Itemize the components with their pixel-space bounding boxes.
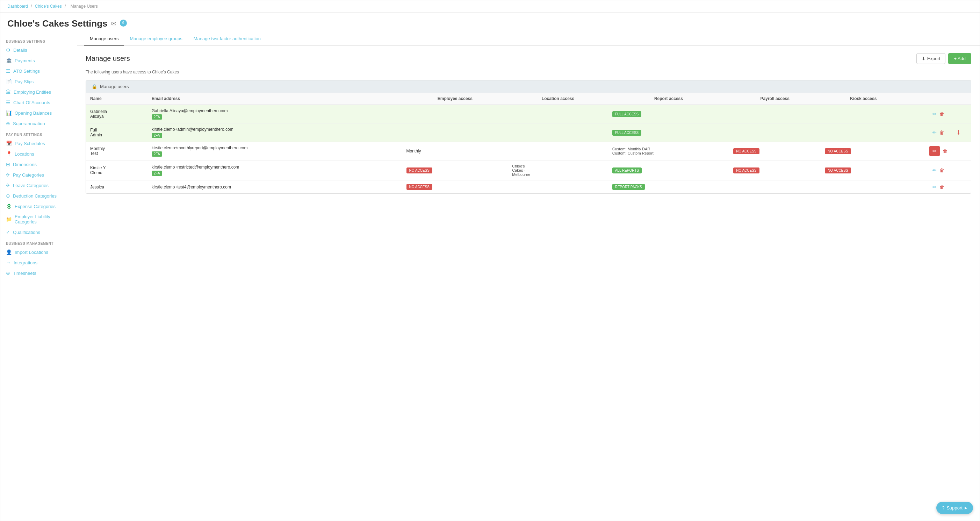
breadcrumb-company[interactable]: Chloe's Cakes [35,4,62,9]
header-envelope-icon: ✉ [111,20,116,28]
sidebar-item-pay-schedules[interactable]: 📅 Pay Schedules [0,138,77,148]
deduction-icon: ⊖ [6,193,10,199]
delete-button[interactable]: 🗑 [939,167,944,173]
sidebar-item-locations[interactable]: 📍 Locations [0,148,77,159]
report-access-cell: Custom: Monthly DAR Custom: Custom Repor… [608,142,729,161]
tabs-bar: Manage users Manage employee groups Mana… [77,32,980,46]
user-name: GabriellaAlicaya [86,105,148,123]
chevron-right-icon: ▶ [965,506,967,510]
location-access-cell: Chloe'sCakes -Melbourne [508,161,608,180]
edit-button-highlighted[interactable]: ✏ [929,146,940,156]
table-row: FullAdmin kirstie.clemo+admin@employment… [86,123,971,142]
sidebar-label-timesheets: Timesheets [13,271,37,276]
badge-2fa: 2FA [152,151,162,157]
sidebar-label-expense-categories: Expense Categories [15,204,56,209]
report-packs-badge: REPORT PACKS [612,184,645,190]
action-cell: ✏ 🗑 [906,105,971,123]
delete-button[interactable]: 🗑 [943,148,948,154]
action-cell: ✏ 🗑 [906,180,971,194]
lock-icon: 🔒 [92,84,97,89]
sidebar-item-employing-entities[interactable]: 🏛 Employing Entities [0,87,77,97]
edit-button[interactable]: ✏ [932,167,937,173]
sidebar-item-opening-balances[interactable]: 📊 Opening Balances [0,108,77,118]
leave-icon: ✈ [6,183,10,188]
table-row: Jessica kirstie.clemo+test4@employmenthe… [86,180,971,194]
employee-access-cell [402,105,508,123]
breadcrumb-dashboard[interactable]: Dashboard [7,4,28,9]
col-actions [906,92,971,105]
sidebar-item-employer-liability[interactable]: 📁 Employer Liability Categories [0,212,77,227]
user-icon: 👤 [6,249,12,255]
sidebar-item-details[interactable]: ⚙ Details [0,45,77,55]
user-name: Jessica [86,180,148,194]
report-access-cell: FULL ACCESS [608,123,729,142]
super-icon: ⊕ [6,121,10,126]
expense-icon: 💲 [6,204,12,209]
sidebar-label-deduction-categories: Deduction Categories [13,193,57,199]
location-access-cell [508,105,608,123]
sidebar-item-import-locations[interactable]: 👤 Import Locations [0,247,77,257]
sidebar-item-timesheets[interactable]: ⊕ Timesheets [0,268,77,278]
gear-icon: ⚙ [6,47,11,53]
location-access-cell [508,180,608,194]
sidebar-label-chart-of-accounts: Chart Of Accounts [13,100,50,105]
sidebar-item-integrations[interactable]: → Integrations [0,257,77,268]
sidebar-section-business-management: BUSINESS MANAGEMENT [0,237,77,247]
col-location-access: Location access [508,92,608,105]
sidebar-item-leave-categories[interactable]: ✈ Leave Categories [0,180,77,191]
sidebar-item-superannuation[interactable]: ⊕ Superannuation [0,118,77,129]
check-icon: ✓ [6,229,10,235]
tab-manage-employee-groups[interactable]: Manage employee groups [124,32,188,46]
full-access-badge: FULL ACCESS [612,130,641,135]
delete-button[interactable]: 🗑 [939,184,944,190]
sidebar: BUSINESS SETTINGS ⚙ Details 🏦 Payments ☰… [0,32,77,521]
sidebar-item-payments[interactable]: 🏦 Payments [0,55,77,66]
sidebar-item-pay-categories[interactable]: ✈ Pay Categories [0,170,77,180]
badge-2fa: 2FA [152,133,162,138]
sidebar-label-payslips: Pay Slips [15,79,33,84]
arrow-annotation: ↓ [956,128,961,135]
user-name: Kirstie YClemo [86,161,148,180]
delete-button[interactable]: 🗑 [939,130,944,135]
support-label: Support [947,505,963,510]
table-header-bar: 🔒 Manage users [86,80,971,92]
page-title: Chloe's Cakes Settings [7,18,108,29]
kiosk-access-cell: NO ACCESS [821,142,906,161]
support-button[interactable]: ? Support ▶ [936,502,973,514]
employee-access-cell: Monthly [402,142,508,161]
sidebar-item-deduction-categories[interactable]: ⊖ Deduction Categories [0,191,77,201]
employee-access-cell [402,123,508,142]
delete-button[interactable]: 🗑 [939,111,944,117]
table-row: Kirstie YClemo kirstie.clemo+restricted@… [86,161,971,180]
sidebar-section-business-settings: BUSINESS SETTINGS [0,35,77,45]
question-icon: ? [942,505,944,510]
sidebar-label-locations: Locations [15,151,34,157]
sidebar-label-employing-entities: Employing Entities [14,89,51,95]
no-access-badge: NO ACCESS [825,167,851,174]
balances-icon: 📊 [6,110,12,116]
tab-manage-users[interactable]: Manage users [84,32,124,46]
sidebar-item-ato-settings[interactable]: ☰ ATO Settings [0,66,77,76]
sidebar-label-pay-categories: Pay Categories [13,172,44,178]
add-button[interactable]: + Add [948,53,971,64]
user-name: MonthlyTest [86,142,148,161]
page-header: Chloe's Cakes Settings ✉ 9 [0,13,980,32]
table-row: GabriellaAlicaya Gabriella.Alicaya@emplo… [86,105,971,123]
edit-button[interactable]: ✏ [932,184,937,190]
payroll-access-cell [729,123,821,142]
edit-button[interactable]: ✏ [932,111,937,117]
sidebar-item-qualifications[interactable]: ✓ Qualifications [0,227,77,237]
report-access-cell: FULL ACCESS [608,105,729,123]
action-buttons: ⬇ Export + Add [916,53,971,64]
sidebar-item-dimensions[interactable]: ⊞ Dimensions [0,159,77,170]
no-access-badge: NO ACCESS [733,167,759,174]
sidebar-item-chart-of-accounts[interactable]: ☰ Chart Of Accounts [0,97,77,108]
sidebar-item-expense-categories[interactable]: 💲 Expense Categories [0,201,77,212]
location-access-cell [508,123,608,142]
export-button[interactable]: ⬇ Export [916,53,946,64]
user-email: kirstie.clemo+test4@employmenthero.com [148,180,402,194]
edit-button[interactable]: ✏ [932,130,937,135]
sidebar-section-pay-run-settings: PAY RUN SETTINGS [0,129,77,138]
tab-two-factor-auth[interactable]: Manage two-factor authentication [188,32,266,46]
sidebar-item-pay-slips[interactable]: 📄 Pay Slips [0,76,77,87]
